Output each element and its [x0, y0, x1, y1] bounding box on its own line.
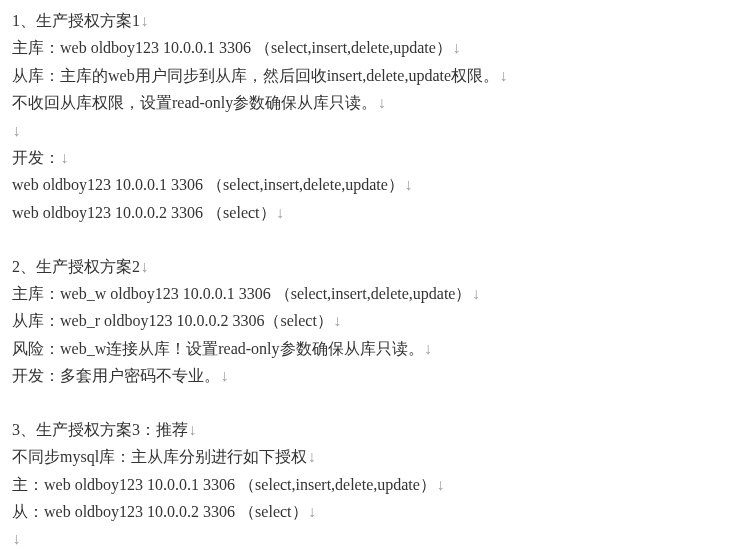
line-text: 不同步mysql库：主从库分别进行如下授权: [12, 448, 307, 465]
return-marker-icon: ↓: [452, 40, 462, 58]
text-line: 主库：web oldboy123 10.0.0.1 3306 （select,i…: [12, 35, 724, 62]
line-text: 主库：web oldboy123 10.0.0.1 3306 （select,i…: [12, 39, 452, 56]
text-line: web oldboy123 10.0.0.1 3306 （select,inse…: [12, 172, 724, 199]
line-text: 2、生产授权方案2: [12, 258, 140, 275]
text-line: 主库：web_w oldboy123 10.0.0.1 3306 （select…: [12, 281, 724, 308]
line-text: 主库：web_w oldboy123 10.0.0.1 3306 （select…: [12, 285, 471, 302]
text-line: web oldboy123 10.0.0.2 3306 （select）↓: [12, 200, 724, 227]
document-body: 1、生产授权方案1↓主库：web oldboy123 10.0.0.1 3306…: [12, 8, 724, 549]
return-marker-icon: ↓: [60, 150, 70, 168]
text-line: ↓: [12, 526, 724, 549]
return-marker-icon: ↓: [307, 449, 317, 467]
return-marker-icon: ↓: [308, 504, 318, 522]
text-line: ↓: [12, 118, 724, 145]
line-text: web oldboy123 10.0.0.1 3306 （select,inse…: [12, 176, 404, 193]
text-line: 从：web oldboy123 10.0.0.2 3306 （select）↓: [12, 499, 724, 526]
line-text: 1、生产授权方案1: [12, 12, 140, 29]
return-marker-icon: ↓: [333, 313, 343, 331]
text-line: 不收回从库权限，设置read-only参数确保从库只读。↓: [12, 90, 724, 117]
return-marker-icon: ↓: [188, 422, 198, 440]
text-line: 开发：多套用户密码不专业。↓: [12, 363, 724, 390]
line-text: 风险：web_w连接从库！设置read-only参数确保从库只读。: [12, 340, 424, 357]
text-line: 主：web oldboy123 10.0.0.1 3306 （select,in…: [12, 472, 724, 499]
text-line: 不同步mysql库：主从库分别进行如下授权↓: [12, 444, 724, 471]
text-line: 1、生产授权方案1↓: [12, 8, 724, 35]
return-marker-icon: ↓: [499, 68, 509, 86]
return-marker-icon: ↓: [140, 259, 150, 277]
text-line: 风险：web_w连接从库！设置read-only参数确保从库只读。↓: [12, 336, 724, 363]
line-text: 开发：多套用户密码不专业。: [12, 367, 220, 384]
text-line: 3、生产授权方案3：推荐↓: [12, 417, 724, 444]
return-marker-icon: ↓: [377, 95, 387, 113]
text-line: 从库：主库的web用户同步到从库，然后回收insert,delete,updat…: [12, 63, 724, 90]
line-text: 从库：主库的web用户同步到从库，然后回收insert,delete,updat…: [12, 67, 499, 84]
line-text: 开发：: [12, 149, 60, 166]
line-text: 主：web oldboy123 10.0.0.1 3306 （select,in…: [12, 476, 436, 493]
text-line: [12, 227, 724, 253]
line-text: 3、生产授权方案3：推荐: [12, 421, 188, 438]
text-line: 从库：web_r oldboy123 10.0.0.2 3306（select）…: [12, 308, 724, 335]
return-marker-icon: ↓: [276, 205, 286, 223]
return-marker-icon: ↓: [424, 341, 434, 359]
return-marker-icon: ↓: [404, 177, 414, 195]
return-marker-icon: ↓: [12, 123, 22, 141]
return-marker-icon: ↓: [12, 531, 22, 549]
return-marker-icon: ↓: [471, 286, 481, 304]
return-marker-icon: ↓: [220, 368, 230, 386]
text-line: [12, 390, 724, 416]
return-marker-icon: ↓: [140, 13, 150, 31]
text-line: 开发：↓: [12, 145, 724, 172]
return-marker-icon: ↓: [436, 477, 446, 495]
line-text: 不收回从库权限，设置read-only参数确保从库只读。: [12, 94, 377, 111]
line-text: web oldboy123 10.0.0.2 3306 （select）: [12, 204, 276, 221]
text-line: 2、生产授权方案2↓: [12, 254, 724, 281]
line-text: 从库：web_r oldboy123 10.0.0.2 3306（select）: [12, 312, 333, 329]
line-text: 从：web oldboy123 10.0.0.2 3306 （select）: [12, 503, 308, 520]
